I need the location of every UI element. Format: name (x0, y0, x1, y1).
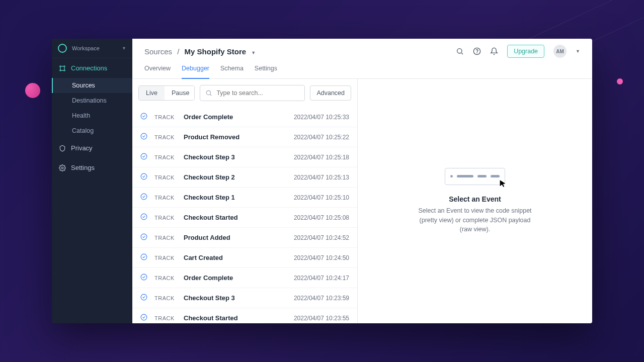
sidebar-subitem-sources[interactable]: Sources (52, 78, 132, 93)
check-circle-icon (140, 294, 147, 302)
svg-point-12 (141, 173, 147, 179)
event-row[interactable]: TRACKCart Created2022/04/07 10:24:50 (132, 248, 357, 268)
event-time: 2022/04/07 10:24:52 (294, 234, 349, 241)
event-row[interactable]: TRACKOrder Complete2022/04/07 10:25:33 (132, 107, 357, 127)
bell-icon[interactable] (490, 47, 498, 55)
svg-point-18 (141, 294, 147, 300)
avatar[interactable]: AM (553, 45, 567, 58)
breadcrumb: Sources / My Shopify Store ▼ (144, 47, 256, 56)
breadcrumb-parent[interactable]: Sources (144, 47, 172, 56)
event-type: TRACK (154, 235, 184, 241)
event-name: Product Added (184, 234, 294, 241)
svg-point-11 (141, 153, 147, 159)
svg-point-10 (141, 133, 147, 139)
event-type: TRACK (154, 195, 184, 201)
event-type: TRACK (154, 174, 184, 180)
search-input[interactable] (212, 85, 299, 101)
check-circle-icon (140, 113, 147, 121)
sidebar-item-label: Privacy (71, 144, 93, 152)
main-panel: Sources / My Shopify Store ▼ Upgrade AM … (132, 39, 592, 323)
check-circle-icon (140, 173, 147, 182)
sidebar-subitem-catalog[interactable]: Catalog (52, 123, 132, 138)
svg-point-4 (61, 167, 63, 169)
tab-overview[interactable]: Overview (144, 65, 171, 78)
svg-point-1 (64, 65, 65, 66)
event-time: 2022/04/07 10:25:08 (294, 214, 349, 221)
sidebar-item-label: Settings (71, 164, 95, 171)
svg-point-17 (141, 274, 147, 280)
event-name: Checkout Step 1 (184, 194, 294, 201)
pause-button[interactable]: Pause (165, 86, 195, 100)
check-circle-icon (140, 133, 147, 141)
search-icon (205, 89, 212, 97)
event-name: Product Removed (184, 133, 294, 141)
event-time: 2022/04/07 10:25:33 (294, 114, 349, 121)
svg-point-5 (457, 49, 462, 53)
search-icon[interactable] (456, 47, 464, 55)
upgrade-button[interactable]: Upgrade (507, 45, 544, 58)
event-time: 2022/04/07 10:23:59 (294, 295, 349, 302)
decorative-dot (25, 83, 40, 98)
check-circle-icon (140, 314, 147, 322)
advanced-button[interactable]: Advanced (310, 85, 351, 101)
gear-icon (59, 164, 66, 171)
event-row[interactable]: TRACKCheckout Step 12022/04/07 10:25:10 (132, 188, 357, 208)
event-name: Checkout Step 3 (184, 153, 294, 161)
tab-settings[interactable]: Settings (255, 65, 277, 78)
svg-point-8 (207, 90, 211, 95)
event-row[interactable]: TRACKCheckout Step 32022/04/07 10:23:59 (132, 288, 357, 308)
event-type: TRACK (154, 315, 184, 321)
shield-icon (59, 145, 66, 152)
cursor-icon (499, 179, 507, 190)
event-row[interactable]: TRACKProduct Removed2022/04/07 10:25:22 (132, 127, 357, 147)
event-type: TRACK (154, 154, 184, 160)
svg-point-9 (141, 113, 147, 119)
event-name: Order Complete (184, 113, 294, 121)
events-list[interactable]: TRACKOrder Complete2022/04/07 10:25:33TR… (132, 107, 357, 323)
workspace-logo-icon (58, 44, 67, 53)
workspace-label: Workspace (72, 45, 100, 51)
decorative-dot (617, 78, 623, 84)
app-window: Workspace ▼ Connections Sources Destinat… (52, 39, 592, 323)
breadcrumb-current[interactable]: My Shopify Store (185, 47, 247, 56)
topbar: Sources / My Shopify Store ▼ Upgrade AM … (132, 39, 592, 58)
tab-debugger[interactable]: Debugger (182, 65, 209, 79)
svg-point-7 (477, 53, 477, 53)
live-pause-toggle: Live Pause (138, 85, 195, 101)
event-type: TRACK (154, 295, 184, 301)
event-row[interactable]: TRACKCheckout Started2022/04/07 10:23:55 (132, 308, 357, 323)
sidebar-item-privacy[interactable]: Privacy (52, 138, 132, 158)
sidebar-subitem-health[interactable]: Health (52, 108, 132, 123)
workspace-switcher[interactable]: Workspace ▼ (52, 39, 132, 58)
event-time: 2022/04/07 10:23:55 (294, 315, 349, 322)
event-row[interactable]: TRACKProduct Added2022/04/07 10:24:52 (132, 228, 357, 248)
empty-state-title: Select an Event (449, 195, 501, 203)
event-row[interactable]: TRACKCheckout Step 32022/04/07 10:25:18 (132, 147, 357, 167)
connections-icon (59, 65, 66, 72)
svg-point-13 (141, 194, 147, 200)
event-row[interactable]: TRACKCheckout Step 22022/04/07 10:25:13 (132, 167, 357, 188)
svg-point-16 (141, 254, 147, 260)
sidebar-item-connections[interactable]: Connections (52, 58, 132, 78)
event-type: TRACK (154, 134, 184, 140)
check-circle-icon (140, 274, 147, 282)
event-time: 2022/04/07 10:25:22 (294, 134, 349, 141)
sidebar-item-label: Connections (71, 64, 107, 72)
tab-schema[interactable]: Schema (220, 65, 244, 78)
event-row[interactable]: TRACKOrder Complete2022/04/07 10:24:17 (132, 268, 357, 288)
chevron-down-icon[interactable]: ▼ (576, 49, 580, 54)
svg-point-2 (60, 69, 61, 70)
event-type: TRACK (154, 255, 184, 261)
check-circle-icon (140, 193, 147, 202)
check-circle-icon (140, 153, 147, 161)
event-row[interactable]: TRACKCheckout Started2022/04/07 10:25:08 (132, 208, 357, 228)
chevron-down-icon[interactable]: ▼ (251, 50, 256, 55)
sidebar-subitem-destinations[interactable]: Destinations (52, 93, 132, 108)
svg-point-3 (64, 69, 65, 70)
sidebar-item-settings[interactable]: Settings (52, 158, 132, 177)
help-icon[interactable] (473, 47, 481, 55)
event-name: Cart Created (184, 254, 294, 261)
live-button[interactable]: Live (139, 86, 165, 100)
sidebar: Workspace ▼ Connections Sources Destinat… (52, 39, 132, 323)
search-input-wrapper (200, 85, 305, 101)
